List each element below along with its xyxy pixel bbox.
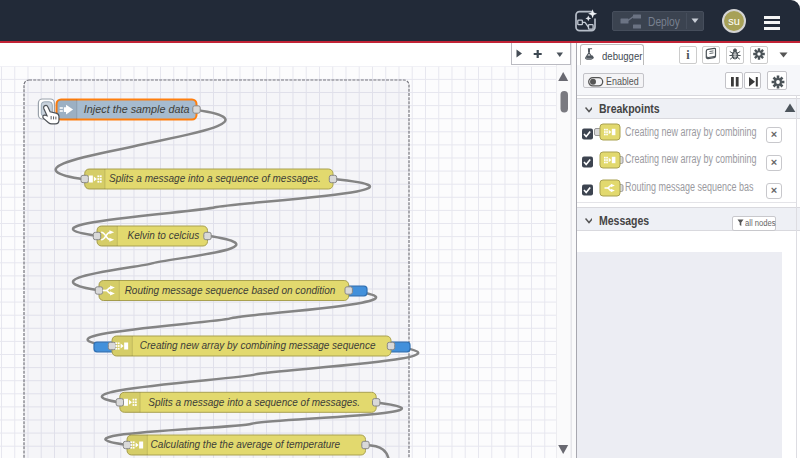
svg-text:Inject the sample data: Inject the sample data	[84, 103, 190, 115]
svg-text:Kelvin to celcius: Kelvin to celcius	[128, 230, 200, 241]
svg-text:Splits a message into a sequen: Splits a message into a sequence of mess…	[109, 173, 321, 184]
svg-text:Calculating the the average of: Calculating the the average of temperatu…	[151, 439, 341, 450]
svg-text:Creating new array by combinin: Creating new array by combining message …	[140, 340, 376, 351]
svg-text:Splits a message into a sequen: Splits a message into a sequence of mess…	[148, 397, 360, 408]
svg-text:Routing message sequence based: Routing message sequence based on condit…	[125, 285, 336, 296]
svg-text:i: i	[686, 48, 690, 62]
